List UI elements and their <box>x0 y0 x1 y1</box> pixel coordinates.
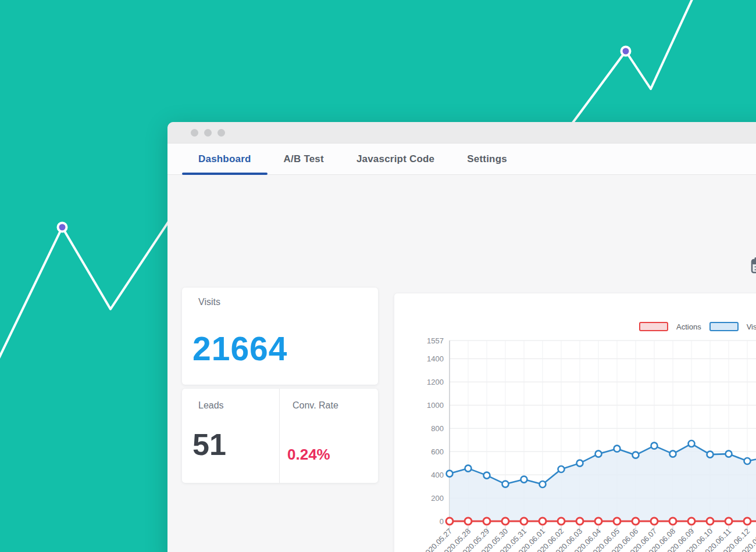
visits-value: 21664 <box>192 329 288 368</box>
visits-data-point[interactable] <box>484 472 490 479</box>
conv-rate-value: 0.24% <box>287 446 330 464</box>
actions-data-point[interactable] <box>707 518 714 525</box>
actions-data-point[interactable] <box>744 518 751 525</box>
visits-data-point[interactable] <box>521 476 527 483</box>
visits-data-point[interactable] <box>558 466 565 472</box>
background-zigzag-right <box>571 0 696 125</box>
calendar-icon <box>751 257 756 274</box>
legend-item-visits[interactable]: Visits <box>709 322 756 331</box>
visits-data-point[interactable] <box>577 460 583 467</box>
visits-card: Visits 21664 <box>182 288 378 385</box>
visits-data-point[interactable] <box>744 458 751 464</box>
visits-legend-label: Visits <box>747 322 756 331</box>
chart-svg: 020040060080010001200140015572020.05.272… <box>394 293 756 552</box>
visits-data-point[interactable] <box>465 465 472 472</box>
leads-value: 51 <box>192 427 226 462</box>
visits-data-point[interactable] <box>670 451 676 457</box>
y-axis-tick-label: 0 <box>440 517 444 526</box>
y-axis-tick-label: 600 <box>431 447 444 456</box>
y-axis-tick-label: 1000 <box>427 401 444 410</box>
visits-data-point[interactable] <box>633 452 639 458</box>
actions-data-point[interactable] <box>725 518 732 525</box>
visits-data-point[interactable] <box>447 471 453 477</box>
actions-data-point[interactable] <box>465 518 472 525</box>
visits-data-point[interactable] <box>502 481 509 488</box>
actions-legend-swatch <box>639 322 668 331</box>
legend-item-actions[interactable]: Actions <box>639 322 701 331</box>
visits-data-point[interactable] <box>689 440 695 447</box>
visits-data-point[interactable] <box>614 446 621 452</box>
y-axis-tick-label: 800 <box>431 424 444 433</box>
actions-data-point[interactable] <box>632 518 639 525</box>
leads-label: Leads <box>198 400 224 411</box>
actions-data-point[interactable] <box>669 518 676 525</box>
background-zigzag-left <box>0 211 176 363</box>
window-titlebar <box>167 122 756 144</box>
tab-javascript-code[interactable]: Javascript Code <box>340 144 451 174</box>
chart-legend: Actions Visits <box>639 322 756 331</box>
y-axis-tick-label: 200 <box>431 494 444 503</box>
window-control-dot[interactable] <box>217 129 225 137</box>
trend-peak-dot-right <box>622 47 630 56</box>
tab-bar: Dashboard A/B Test Javascript Code Setti… <box>167 144 756 175</box>
actions-data-point[interactable] <box>614 518 621 525</box>
leads-conversion-card: Leads 51 Conv. Rate 0.24% <box>182 389 378 483</box>
conv-rate-label: Conv. Rate <box>293 400 338 411</box>
y-axis-tick-label: 1200 <box>427 378 444 386</box>
visits-data-point[interactable] <box>595 451 602 457</box>
tab-ab-test[interactable]: A/B Test <box>268 144 340 174</box>
actions-data-point[interactable] <box>446 518 453 525</box>
actions-data-point[interactable] <box>576 518 583 525</box>
actions-data-point[interactable] <box>651 518 658 525</box>
visits-data-point[interactable] <box>726 451 732 457</box>
traffic-chart-card: 020040060080010001200140015572020.05.272… <box>394 293 756 552</box>
actions-data-point[interactable] <box>595 518 602 525</box>
actions-legend-label: Actions <box>676 322 701 331</box>
window-control-dot[interactable] <box>204 129 212 137</box>
trend-peak-dot-left <box>58 223 67 232</box>
actions-data-point[interactable] <box>688 518 695 525</box>
visits-data-point[interactable] <box>707 451 714 458</box>
actions-data-point[interactable] <box>502 518 509 525</box>
actions-data-point[interactable] <box>558 518 565 525</box>
app-window: Dashboard A/B Test Javascript Code Setti… <box>167 122 756 552</box>
y-axis-tick-label: 400 <box>431 471 444 479</box>
visits-label: Visits <box>198 297 220 307</box>
y-axis-tick-label: 1400 <box>427 354 444 363</box>
actions-data-point[interactable] <box>539 518 546 525</box>
tab-settings[interactable]: Settings <box>451 144 523 174</box>
window-control-dot[interactable] <box>191 129 198 137</box>
actions-data-point[interactable] <box>483 518 490 525</box>
dashboard-content: Visits 21664 Leads 51 Conv. Rate 0.24% 0… <box>167 175 756 552</box>
visits-data-point[interactable] <box>651 443 658 449</box>
screen: { "colors": { "background_teal": "#13bfa… <box>0 0 756 552</box>
visits-data-point[interactable] <box>540 481 546 488</box>
visits-legend-swatch <box>709 322 739 331</box>
actions-data-point[interactable] <box>520 518 527 525</box>
tab-dashboard[interactable]: Dashboard <box>182 144 268 174</box>
y-axis-tick-label: 1557 <box>427 336 444 345</box>
line-chart-canvas: 020040060080010001200140015572020.05.272… <box>394 293 756 552</box>
date-range-button[interactable] <box>751 257 756 274</box>
